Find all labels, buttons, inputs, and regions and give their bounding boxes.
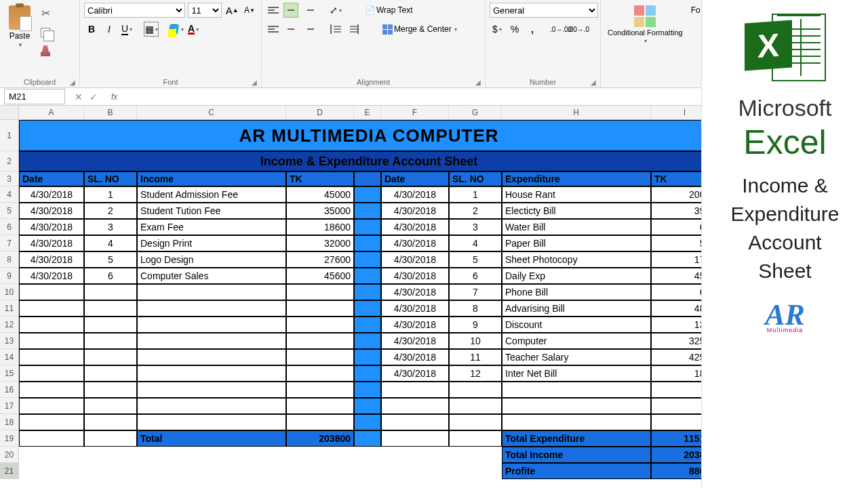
cell[interactable] — [354, 268, 381, 284]
cell[interactable]: Sheet Photocopy — [502, 251, 651, 268]
cell[interactable]: 35000 — [286, 203, 354, 219]
wrap-text-button[interactable]: 📄 Wrap Text — [362, 4, 416, 16]
cell[interactable]: 6 — [84, 268, 137, 284]
cell[interactable] — [449, 447, 502, 463]
cell[interactable] — [286, 365, 354, 382]
cell[interactable]: Phone Bill — [502, 284, 651, 300]
cell[interactable] — [354, 365, 381, 382]
row-header-18[interactable]: 18 — [0, 414, 19, 430]
middle-align-button[interactable] — [283, 3, 298, 18]
underline-button[interactable]: U▾ — [119, 22, 134, 37]
cell[interactable] — [354, 300, 381, 317]
cell[interactable]: 4 — [449, 235, 502, 251]
cell[interactable] — [354, 447, 381, 463]
cell[interactable]: Computer — [502, 333, 651, 349]
cell[interactable] — [19, 284, 84, 300]
cell[interactable] — [354, 251, 381, 268]
cell[interactable]: Total Expenditure — [502, 430, 651, 447]
cell[interactable]: Water Bill — [502, 219, 651, 235]
font-name-select[interactable]: Calibri — [84, 3, 185, 18]
cell[interactable] — [19, 430, 84, 447]
cell[interactable]: TK — [286, 171, 354, 186]
cell[interactable]: SL. NO — [84, 171, 137, 186]
cell[interactable]: 2 — [84, 203, 137, 219]
cell[interactable] — [19, 300, 84, 317]
column-header-B[interactable]: B — [84, 106, 137, 119]
cell[interactable] — [286, 382, 354, 398]
cell[interactable] — [502, 414, 651, 430]
cell[interactable]: 27600 — [286, 251, 354, 268]
fx-icon[interactable]: fx — [103, 92, 117, 102]
cell[interactable] — [137, 414, 286, 430]
cell[interactable]: 6 — [449, 268, 502, 284]
cell[interactable]: 4/30/2018 — [381, 365, 449, 382]
font-size-select[interactable]: 11 — [188, 3, 222, 18]
cell[interactable]: 32000 — [286, 235, 354, 251]
row-header-8[interactable]: 8 — [0, 251, 19, 268]
cell[interactable] — [381, 447, 449, 463]
comma-button[interactable]: , — [525, 22, 540, 37]
cell[interactable]: Exam Fee — [137, 219, 286, 235]
row-header-4[interactable]: 4 — [0, 186, 19, 203]
cell[interactable] — [449, 414, 502, 430]
cell[interactable] — [449, 463, 502, 479]
row-header-16[interactable]: 16 — [0, 382, 19, 398]
cell[interactable] — [84, 447, 137, 463]
column-header-C[interactable]: C — [137, 106, 286, 119]
copy-button[interactable] — [38, 26, 53, 39]
cell[interactable] — [19, 463, 84, 479]
orientation-button[interactable]: ⤢▾ — [328, 3, 343, 18]
cell[interactable]: 4/30/2018 — [381, 186, 449, 203]
cell[interactable] — [19, 333, 84, 349]
cell[interactable]: AR MULTIMEDIA COMPUTER — [19, 120, 719, 151]
cell[interactable] — [449, 398, 502, 414]
cell[interactable] — [137, 300, 286, 317]
cell[interactable] — [84, 300, 137, 317]
cell[interactable]: Advarising Bill — [502, 300, 651, 317]
cell[interactable] — [381, 430, 449, 447]
cell[interactable]: 9 — [449, 317, 502, 333]
row-header-13[interactable]: 13 — [0, 333, 19, 349]
cell[interactable]: Income — [137, 171, 286, 186]
cell[interactable] — [137, 398, 286, 414]
cell[interactable]: Total Income — [502, 447, 651, 463]
row-header-14[interactable]: 14 — [0, 349, 19, 365]
increase-font-button[interactable]: A▲ — [224, 3, 239, 18]
cell[interactable] — [354, 171, 381, 186]
merge-center-button[interactable]: Merge & Center▾ — [380, 23, 460, 36]
cell[interactable] — [286, 447, 354, 463]
row-header-11[interactable]: 11 — [0, 300, 19, 317]
number-format-select[interactable]: General — [490, 3, 598, 18]
cell[interactable]: 4/30/2018 — [381, 284, 449, 300]
cell[interactable] — [137, 284, 286, 300]
cell[interactable]: 3 — [84, 219, 137, 235]
align-left-button[interactable] — [266, 22, 281, 37]
cell[interactable]: Date — [19, 171, 84, 186]
cell[interactable] — [84, 463, 137, 479]
cell[interactable]: 1 — [449, 186, 502, 203]
column-header-H[interactable]: H — [502, 106, 651, 119]
cell[interactable] — [84, 333, 137, 349]
cell[interactable] — [286, 333, 354, 349]
cell[interactable]: 4/30/2018 — [19, 203, 84, 219]
cell[interactable]: 45600 — [286, 268, 354, 284]
cell[interactable]: 4/30/2018 — [381, 333, 449, 349]
cell[interactable]: 4/30/2018 — [19, 235, 84, 251]
cell[interactable] — [286, 463, 354, 479]
cell[interactable]: Total — [137, 430, 286, 447]
row-header-21[interactable]: 21 — [0, 463, 19, 479]
cell[interactable] — [84, 382, 137, 398]
cell[interactable]: Discount — [502, 317, 651, 333]
cell[interactable] — [84, 317, 137, 333]
cell[interactable] — [449, 430, 502, 447]
row-header-10[interactable]: 10 — [0, 284, 19, 300]
cell[interactable] — [84, 349, 137, 365]
cell[interactable]: Profite — [502, 463, 651, 479]
cell[interactable]: Expenditure — [502, 171, 651, 186]
cell[interactable]: 8 — [449, 300, 502, 317]
cell[interactable]: 4/30/2018 — [19, 251, 84, 268]
cell[interactable] — [137, 463, 286, 479]
cell[interactable]: Daily Exp — [502, 268, 651, 284]
cell[interactable] — [84, 430, 137, 447]
conditional-formatting-button[interactable]: Conditional Formatting▾ — [605, 3, 686, 77]
